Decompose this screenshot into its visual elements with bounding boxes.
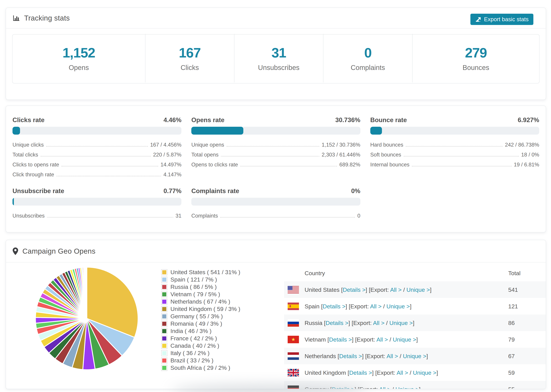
bounce-rate-title: Bounce rate: [370, 117, 407, 124]
clicks-rate-title: Clicks rate: [13, 117, 44, 124]
export-basic-stats-button[interactable]: Export basic stats: [470, 14, 533, 25]
opens-label: Opens: [69, 64, 89, 71]
legend-item-germany: Germany ( 55 / 3% ): [161, 313, 240, 320]
dotted-leader: [221, 156, 319, 156]
clicks-rate-bar: [13, 127, 181, 135]
details-link[interactable]: Details >: [339, 353, 362, 359]
tracking-stats-title: Tracking stats: [24, 14, 70, 22]
geo-table-row-united-states: United States [Details >] [Export: All >…: [284, 281, 546, 298]
geo-table-row-russia: Russia [Details >] [Export: All > / Uniq…: [284, 315, 546, 331]
legend-item-france: France ( 42 / 2% ): [161, 335, 240, 342]
rate-metric-row: Total clicks220 / 5.87%: [13, 149, 181, 159]
bounce-rate-bar-fill: [370, 127, 382, 135]
unsubscribes-label: Unsubscribes: [258, 64, 299, 71]
metric-label: Opens to clicks rate: [191, 162, 238, 169]
export-button-label: Export basic stats: [484, 16, 529, 23]
geo-row-text: Spain [Details >] [Export: All > / Uniqu…: [304, 303, 411, 309]
export-all-link[interactable]: All >: [379, 386, 391, 389]
export-unique-link[interactable]: Unique >: [413, 369, 436, 376]
dotted-leader: [226, 146, 319, 147]
stat-unsubscribes: 31 Unsubscribes: [234, 34, 323, 83]
geo-opens-title: Campaign Geo Opens: [22, 247, 95, 255]
details-link[interactable]: Details >: [326, 320, 348, 326]
legend-swatch: [161, 343, 167, 349]
metric-value: 0: [357, 213, 360, 220]
export-all-link[interactable]: All >: [370, 303, 381, 309]
legend-label: Vietnam ( 79 / 5% ): [170, 291, 220, 298]
details-link[interactable]: Details >: [343, 286, 366, 293]
export-all-link[interactable]: All >: [387, 353, 398, 359]
geo-opens-table: Country Total United States [Details >] …: [284, 265, 546, 389]
export-all-link[interactable]: All >: [376, 336, 388, 343]
geo-row-total: 86: [508, 320, 515, 326]
metric-value: 14.497%: [161, 162, 181, 169]
legend-label: South Africa ( 29 / 2% ): [170, 364, 230, 371]
export-unique-link[interactable]: Unique >: [406, 286, 430, 293]
export-all-link[interactable]: All >: [397, 369, 408, 376]
rate-metric-row: Opens to clicks rate689.82%: [191, 159, 360, 169]
header-divider: [6, 262, 546, 263]
tracking-stats-card: Tracking stats Export basic stats 1,152 …: [6, 7, 546, 100]
legend-label: Netherlands ( 67 / 4% ): [170, 298, 230, 305]
geo-row-text: Netherlands [Details >] [Export: All > /…: [304, 353, 428, 359]
export-unique-link[interactable]: Unique >: [389, 320, 413, 326]
metric-label: Unique clicks: [13, 142, 44, 149]
geo-table-row-spain: Spain [Details >] [Export: All > / Uniqu…: [284, 298, 546, 315]
export-unique-link[interactable]: Unique >: [393, 336, 416, 343]
flag-vn-icon: [288, 336, 299, 343]
geo-row-text: Russia [Details >] [Export: All > / Uniq…: [304, 320, 414, 326]
rate-metric-row: Hard bounces242 / 86.738%: [370, 139, 539, 149]
dotted-leader: [46, 146, 148, 147]
tracking-stats-header: Tracking stats Export basic stats: [13, 8, 539, 28]
metric-label: Unsubscribes: [13, 213, 45, 220]
export-unique-link[interactable]: Unique >: [396, 386, 419, 389]
legend-item-brazil: Brazil ( 33 / 2% ): [161, 357, 240, 364]
details-link[interactable]: Details >: [349, 369, 372, 376]
export-unique-link[interactable]: Unique >: [403, 353, 426, 359]
details-link[interactable]: Details >: [323, 303, 346, 309]
geo-table-row-netherlands: Netherlands [Details >] [Export: All > /…: [284, 348, 546, 364]
unsubscribe-rate-value: 0.77%: [163, 188, 181, 195]
metric-value: 242 / 86.738%: [505, 142, 539, 149]
metric-label: Soft bounces: [370, 152, 401, 159]
unsubscribe-rate-bar: [13, 198, 181, 206]
total-column-header: Total: [508, 270, 521, 276]
bounce-rate-bar: [370, 127, 539, 135]
clicks-rate-value: 4.46%: [163, 117, 181, 124]
export-unique-link[interactable]: Unique >: [386, 303, 410, 309]
complaints-rate-value: 0%: [351, 188, 360, 195]
geo-row-total: 121: [508, 303, 518, 309]
complaints-rate-block: Complaints rate 0% Complaints0: [191, 188, 360, 220]
legend-swatch: [161, 357, 167, 364]
opens-rate-bar-fill: [191, 127, 243, 135]
geo-table-header: Country Total: [284, 265, 546, 281]
clicks-count: 167: [179, 45, 201, 61]
bar-chart-icon: [13, 14, 20, 22]
flag-us-icon: [288, 286, 299, 294]
export-all-link[interactable]: All >: [390, 286, 402, 293]
rate-metric-row: Unique opens1,152 / 30.736%: [191, 139, 360, 149]
opens-rate-bar: [191, 127, 360, 135]
opens-rate-block: Opens rate 30.736% Unique opens1,152 / 3…: [191, 117, 360, 179]
legend-item-italy: Italy ( 36 / 2% ): [161, 350, 240, 357]
legend-swatch: [161, 350, 167, 356]
details-link[interactable]: Details >: [329, 336, 352, 343]
export-all-link[interactable]: All >: [373, 320, 384, 326]
geo-row-total: 59: [508, 369, 515, 376]
dotted-leader: [47, 217, 173, 217]
legend-label: United Kingdom ( 59 / 3% ): [170, 306, 240, 312]
geo-row-text: United States [Details >] [Export: All >…: [304, 286, 431, 293]
legend-label: France ( 42 / 2% ): [170, 335, 217, 342]
stat-opens: 1,152 Opens: [13, 34, 145, 83]
rate-metric-row: Total opens2,303 / 61.446%: [191, 149, 360, 159]
legend-label: Germany ( 55 / 3% ): [170, 313, 223, 320]
clicks-rate-bar-fill: [13, 127, 20, 135]
legend-item-united-states: United States ( 541 / 31% ): [161, 268, 240, 276]
stat-complaints: 0 Complaints: [323, 34, 412, 83]
dotted-leader: [240, 166, 337, 166]
metric-value: 2,303 / 61.446%: [322, 152, 360, 159]
flag-es-icon: [288, 302, 299, 310]
dotted-leader: [41, 156, 151, 156]
rate-metric-row: Unique clicks167 / 4.456%: [13, 139, 181, 149]
dotted-leader: [57, 176, 161, 176]
